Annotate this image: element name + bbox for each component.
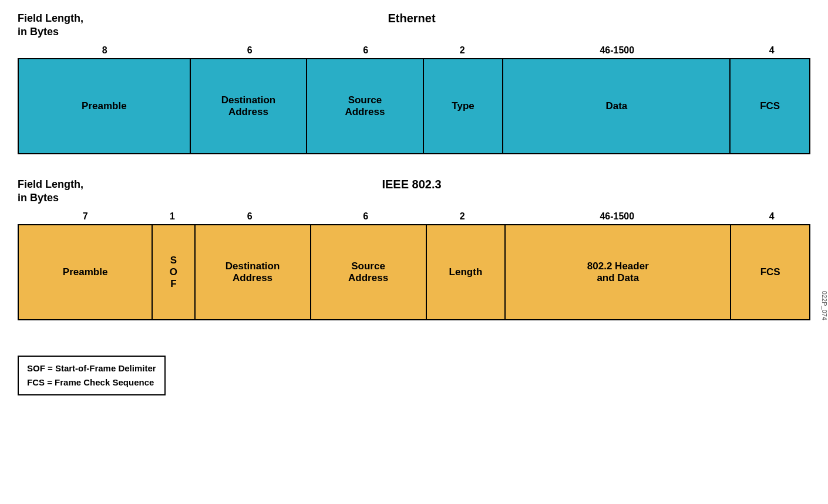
ieee-frame: PreambleSOFDestinationAddressSourceAddre… <box>18 224 810 320</box>
frame-cell: FCS <box>731 59 809 153</box>
byte-count: 2 <box>423 45 501 56</box>
ethernet-frame: PreambleDestinationAddressSourceAddressT… <box>18 58 810 154</box>
legend-box: SOF = Start-of-Frame Delimiter FCS = Fra… <box>18 356 166 395</box>
frame-cell: FCS <box>731 225 809 319</box>
ieee-diagram: Field Length, in Bytes IEEE 802.3 716624… <box>18 178 810 320</box>
ieee-byte-counts: 7166246-15004 <box>18 211 810 222</box>
ethernet-byte-counts: 866246-15004 <box>18 45 810 56</box>
ethernet-diagram: Field Length, in Bytes Ethernet 866246-1… <box>18 12 810 154</box>
ieee-field-length-label: Field Length, in Bytes <box>18 178 83 205</box>
byte-count: 46-1500 <box>501 45 733 56</box>
ethernet-title: Ethernet <box>83 12 740 25</box>
byte-count: 8 <box>18 45 191 56</box>
byte-count: 4 <box>733 45 810 56</box>
byte-count: 2 <box>423 211 501 222</box>
byte-count: 6 <box>191 45 308 56</box>
frame-cell: DestinationAddress <box>196 225 311 319</box>
byte-count: 6 <box>308 45 424 56</box>
legend-line2: FCS = Frame Check Sequence <box>27 376 156 390</box>
frame-cell: Data <box>503 59 731 153</box>
frame-cell: Type <box>424 59 504 153</box>
frame-cell: Length <box>427 225 506 319</box>
watermark: 022P_074 <box>821 290 828 320</box>
frame-cell: SourceAddress <box>307 59 423 153</box>
byte-count: 4 <box>733 211 810 222</box>
frame-cell: Preamble <box>19 59 191 153</box>
ieee-title: IEEE 802.3 <box>83 178 740 191</box>
ethernet-field-length-label: Field Length, in Bytes <box>18 12 83 39</box>
byte-count: 7 <box>18 211 153 222</box>
frame-cell: DestinationAddress <box>191 59 307 153</box>
frame-cell: SourceAddress <box>311 225 427 319</box>
frame-cell: Preamble <box>19 225 153 319</box>
byte-count: 46-1500 <box>501 211 733 222</box>
legend-line1: SOF = Start-of-Frame Delimiter <box>27 361 156 376</box>
byte-count: 6 <box>308 211 424 222</box>
frame-cell: SOF <box>153 225 195 319</box>
byte-count: 6 <box>191 211 308 222</box>
frame-cell: 802.2 Headerand Data <box>506 225 731 319</box>
byte-count: 1 <box>153 211 191 222</box>
